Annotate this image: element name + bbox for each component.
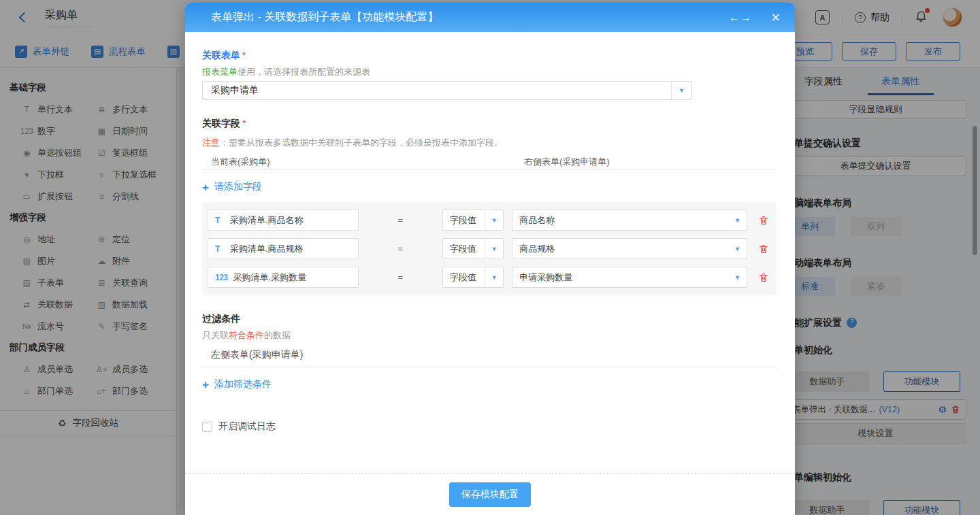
right-form-header: 右侧表单(采购申请单): [524, 156, 610, 167]
divider: [202, 169, 776, 170]
mapping-row: T采购清单.商品名称 = 字段值▼ 商品名称▼: [208, 210, 769, 231]
equals-operator: =: [359, 215, 442, 225]
source-field-box[interactable]: 123采购清单.采购数量: [208, 267, 359, 288]
divider: [202, 367, 776, 367]
mapping-row: T采购清单.商品规格 = 字段值▼ 商品规格▼: [208, 238, 769, 259]
number-field-icon: 123: [215, 273, 228, 282]
module-config-modal: 表单弹出 - 关联数据到子表单【功能模块配置】 ←→ × 关联表单* 报表菜单使…: [185, 3, 795, 515]
target-field-select[interactable]: 申请采购数量▼: [512, 267, 747, 288]
modal-footer: 保存模块配置: [185, 473, 795, 515]
modal-header: 表单弹出 - 关联数据到子表单【功能模块配置】 ←→ ×: [185, 3, 795, 32]
chevron-down-icon[interactable]: ▼: [485, 267, 503, 287]
equals-operator: =: [359, 244, 442, 254]
current-table-header: 当前表(采购单): [211, 156, 524, 167]
source-field-box[interactable]: T采购清单.商品名称: [208, 210, 359, 231]
mapping-column-headers: 当前表(采购单) 右侧表单(采购申请单): [202, 156, 776, 167]
save-module-config-button[interactable]: 保存模块配置: [449, 482, 531, 507]
linked-form-hint: 报表菜单使用，请选择报表所配置的来源表: [202, 66, 776, 77]
form-builder-app: 采购单 A ? 帮助 ↗ 表单外链 ▤ 流程表单: [0, 0, 980, 515]
mode-select[interactable]: 字段值▼: [442, 267, 504, 288]
text-field-icon: T: [215, 244, 225, 254]
linked-fields-note: 注意：需要从报表多选数据中关联到子表单的字段，必须是报表中添加字段。: [202, 137, 776, 148]
target-field-select[interactable]: 商品规格▼: [512, 238, 747, 259]
close-icon[interactable]: ×: [771, 10, 780, 25]
text-field-icon: T: [215, 216, 225, 225]
chevron-down-icon[interactable]: ▼: [728, 217, 747, 224]
equals-operator: =: [359, 272, 442, 282]
chevron-down-icon[interactable]: ▼: [728, 274, 747, 281]
modal-body: 关联表单* 报表菜单使用，请选择报表所配置的来源表 采购申请单 ▼ 关联字段* …: [185, 32, 795, 473]
mode-select[interactable]: 字段值▼: [442, 210, 504, 231]
linked-form-label: 关联表单*: [202, 50, 776, 62]
plus-icon: +: [202, 182, 209, 193]
chevron-down-icon[interactable]: ▼: [485, 210, 503, 230]
field-mapping-panel: T采购清单.商品名称 = 字段值▼ 商品名称▼ T采购清单.商品规格 = 字段值…: [202, 202, 776, 295]
source-field-box[interactable]: T采购清单.商品规格: [208, 238, 359, 259]
mode-select[interactable]: 字段值▼: [442, 238, 504, 259]
delete-row-icon[interactable]: [758, 215, 769, 226]
delete-row-icon[interactable]: [758, 272, 769, 283]
mapping-row: 123采购清单.采购数量 = 字段值▼ 申请采购数量▼: [208, 267, 769, 288]
chevron-down-icon[interactable]: ▼: [671, 82, 691, 99]
chevron-down-icon[interactable]: ▼: [728, 246, 747, 252]
linked-fields-label: 关联字段*: [202, 118, 776, 130]
add-field-link[interactable]: + 请添加字段: [202, 181, 776, 193]
chevron-down-icon[interactable]: ▼: [485, 239, 503, 259]
plus-icon: +: [202, 379, 209, 391]
target-field-select[interactable]: 商品名称▼: [512, 210, 747, 231]
expand-icon[interactable]: ←→: [729, 12, 752, 23]
linked-form-select[interactable]: 采购申请单 ▼: [202, 81, 692, 100]
filter-subject: 左侧表单(采购申请单): [211, 349, 776, 361]
filter-condition-label: 过滤条件: [202, 313, 776, 325]
modal-title: 表单弹出 - 关联数据到子表单【功能模块配置】: [211, 10, 438, 24]
filter-hint: 只关联符合条件的数据: [202, 329, 776, 340]
delete-row-icon[interactable]: [758, 244, 769, 254]
debug-log-row: 开启调试日志: [202, 420, 776, 433]
debug-log-label: 开启调试日志: [218, 420, 276, 433]
add-filter-link[interactable]: + 添加筛选条件: [202, 378, 776, 391]
debug-log-checkbox[interactable]: [202, 422, 212, 432]
